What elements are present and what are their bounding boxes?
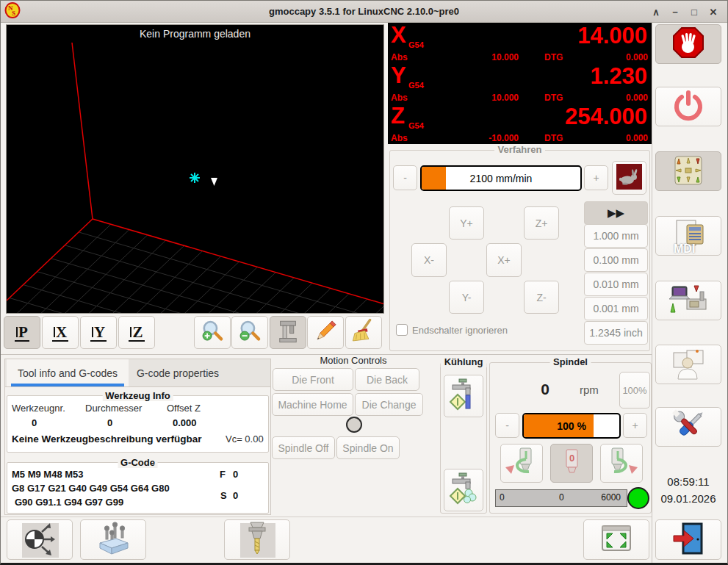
- spindle-cw-button[interactable]: [600, 444, 643, 483]
- dro-row-z: Z G54 254.000 Abs -10.000 DTG 0.000: [388, 104, 652, 144]
- increment-rapid-button[interactable]: ▶▶: [584, 201, 648, 225]
- jog-speed-plus-button[interactable]: +: [584, 165, 608, 190]
- dro-row-y: Y G54 1.230 Abs 10.000 DTG 0.000: [388, 63, 652, 104]
- feed-value: 0: [233, 469, 238, 480]
- zoom-in-button[interactable]: [194, 316, 231, 349]
- bar-min: 0: [500, 492, 505, 503]
- spindle-override-plus-button[interactable]: +: [623, 413, 647, 438]
- spindle-off-button[interactable]: Spindle Off: [272, 436, 335, 459]
- jog-y-minus-button[interactable]: Y-: [449, 281, 484, 314]
- jog-x-plus-button[interactable]: X+: [486, 243, 522, 277]
- jog-speed-value: 2100 mm/min: [422, 167, 580, 190]
- spindle-override-slider[interactable]: 100 %: [522, 413, 621, 439]
- speed-value: 0: [233, 490, 238, 501]
- auto-run-icon: [668, 283, 709, 319]
- increment-button[interactable]: 1.000 mm: [584, 224, 648, 248]
- dro-axis-system: G54: [408, 121, 424, 130]
- coolant-frame-title: Kühlung: [441, 356, 487, 367]
- rabbit-icon: [616, 164, 642, 192]
- jog-z-plus-button[interactable]: Z+: [524, 206, 559, 240]
- tool-holder-icon: [241, 521, 273, 558]
- machine-home-button[interactable]: Machine Home: [272, 393, 353, 416]
- view-perspective-button[interactable]: P: [4, 316, 40, 349]
- jog-speed-minus-button[interactable]: -: [393, 165, 417, 190]
- dro-dtg-label: DTG: [544, 52, 563, 62]
- turtle-rabbit-toggle-button[interactable]: [612, 161, 646, 195]
- jog-z-minus-button[interactable]: Z-: [524, 281, 559, 314]
- tool-change-button[interactable]: [224, 519, 290, 560]
- spindle-stop-button[interactable]: 0: [550, 444, 593, 483]
- spindle-cw-icon: [604, 445, 639, 481]
- power-icon: [671, 89, 705, 125]
- manual-mode-button[interactable]: [655, 151, 721, 191]
- clear-preview-button[interactable]: [345, 316, 382, 349]
- dro-panel[interactable]: X G54 14.000 Abs 10.000 DTG 0.000 Y G54 …: [388, 23, 652, 144]
- mdi-icon: MDI: [669, 218, 707, 254]
- increment-button[interactable]: 0.010 mm: [584, 273, 648, 296]
- die-change-button[interactable]: Die Change: [355, 393, 423, 416]
- speed-label: S: [220, 490, 227, 501]
- exit-button[interactable]: [655, 519, 721, 560]
- ignore-limits-checkbox[interactable]: [396, 324, 408, 336]
- spindle-override-minus-button[interactable]: -: [495, 413, 519, 438]
- gremlin-preview[interactable]: Kein Programm geladen: [6, 24, 384, 314]
- close-button[interactable]: ✕: [705, 4, 721, 20]
- increment-button[interactable]: 1.2345 inch: [584, 321, 648, 345]
- zoom-in-icon: [198, 317, 227, 348]
- axis-line-left: [7, 219, 93, 301]
- mist-coolant-icon: [449, 472, 478, 509]
- spindle-ccw-icon: [504, 445, 539, 481]
- zoom-out-button[interactable]: [231, 316, 268, 349]
- zero-offsets-button[interactable]: [7, 519, 73, 560]
- mdi-mode-button[interactable]: MDI: [655, 216, 721, 256]
- die-back-button[interactable]: Die Back: [355, 368, 419, 391]
- user-screen-icon: [669, 347, 707, 383]
- info-notebook: Tool info and G-codes G-code properties …: [4, 359, 271, 515]
- fullscreen-button[interactable]: [583, 519, 649, 560]
- user-tabs-button[interactable]: [655, 345, 721, 384]
- spindle-at-speed-lamp: [627, 487, 649, 509]
- spindle-ccw-button[interactable]: [500, 444, 543, 483]
- view-y-button[interactable]: Y: [80, 316, 117, 349]
- sidebar-divider: [652, 23, 652, 563]
- dro-dtg-label: DTG: [544, 93, 563, 103]
- dro-abs-value: -10.000: [476, 133, 519, 143]
- maximize-button[interactable]: □: [686, 4, 702, 20]
- dro-axis-letter: Y: [391, 64, 406, 87]
- feed-label: F: [220, 469, 226, 480]
- tool-number-value: 0: [32, 417, 37, 428]
- tab-tool-info[interactable]: Tool info and G-codes: [7, 359, 129, 386]
- jog-y-plus-button[interactable]: Y+: [449, 206, 484, 240]
- touch-plate-button[interactable]: [80, 519, 146, 560]
- jog-x-minus-button[interactable]: X-: [411, 243, 447, 277]
- minimize-button[interactable]: −: [667, 4, 683, 20]
- coolant-mist-button[interactable]: [444, 469, 483, 511]
- view-x-button[interactable]: X: [42, 316, 79, 349]
- machine-on-button[interactable]: [655, 87, 721, 126]
- spindle-on-button[interactable]: Spindle On: [336, 436, 400, 459]
- view-z-button[interactable]: Z: [118, 316, 155, 349]
- increment-button[interactable]: 0.001 mm: [584, 297, 648, 320]
- shade-button[interactable]: ∧: [648, 4, 664, 20]
- show-dimensions-button[interactable]: [270, 316, 306, 349]
- settings-button[interactable]: [655, 407, 721, 447]
- dro-dtg-value: 0.000: [605, 133, 648, 143]
- ignore-limits-label: Endschalter ignorieren: [412, 325, 508, 336]
- auto-mode-button[interactable]: [655, 281, 721, 320]
- increment-button[interactable]: 0.100 mm: [584, 248, 648, 272]
- die-front-button[interactable]: Die Front: [273, 368, 353, 391]
- jog-pad-icon: [672, 155, 704, 188]
- jog-speed-slider[interactable]: 2100 mm/min: [420, 165, 582, 191]
- edit-gcode-button[interactable]: [307, 316, 344, 349]
- view-x-label: X: [52, 324, 68, 342]
- spindle-speed-bar: 0 0 6000: [495, 489, 627, 507]
- spindle-override-reset-button[interactable]: 100%: [619, 372, 650, 409]
- clock-time: 08:59:11: [654, 475, 723, 488]
- tab-gcode-properties[interactable]: G-code properties: [130, 359, 226, 386]
- app-logo-icon: N S: [4, 2, 21, 21]
- coolant-flood-button[interactable]: [444, 375, 483, 417]
- dro-axis-value: 254.000: [565, 104, 647, 130]
- origin-marker-icon: [190, 173, 200, 183]
- estop-button[interactable]: [655, 24, 721, 64]
- titlebar: N S gmoccapy 3.5.1 for LinuxCNC 2.10.0~p…: [1, 1, 727, 23]
